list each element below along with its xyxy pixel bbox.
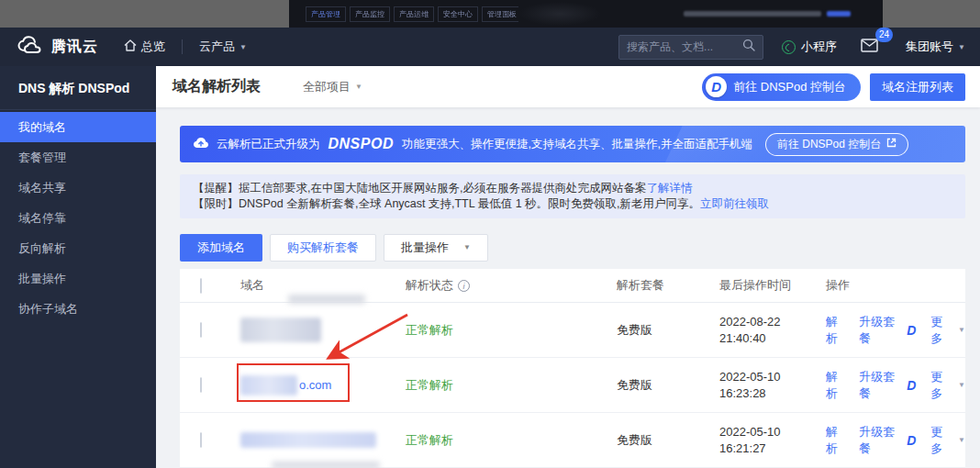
status-badge: 正常解析 xyxy=(406,378,453,392)
time-cell: 2022-05-10 16:21:27 xyxy=(719,424,826,457)
notice-tag: 【限时】 xyxy=(193,197,239,210)
row-checkbox[interactable] xyxy=(200,322,202,338)
info-icon[interactable]: i xyxy=(458,280,470,292)
upgrade-plan-label: 升级套餐 xyxy=(859,314,905,347)
background-page-fragment: 产品管理 产品监控 产品运维 安全中心 管理面板 xyxy=(289,0,883,28)
chevron-down-icon: ▼ xyxy=(355,83,362,91)
more-label: 更多 xyxy=(930,369,953,402)
blurred-text-bar xyxy=(684,11,821,17)
upgrade-plan-label: 升级套餐 xyxy=(859,424,905,457)
project-filter-dropdown[interactable]: 全部项目 ▼ xyxy=(303,79,362,95)
op-date: 2022-05-10 xyxy=(719,424,826,440)
column-header-domain: 域名 xyxy=(228,277,406,294)
status-badge: 正常解析 xyxy=(406,433,453,447)
sidebar-item-plan-management[interactable]: 套餐管理 xyxy=(0,142,156,173)
notice-line-reminder: 【提醒】据工信部要求,在中国大陆地区开展网站服务,必须在服务器提供商处完成网站备… xyxy=(193,181,952,196)
message-center[interactable]: 24 xyxy=(861,39,878,56)
resolve-link[interactable]: 解析 xyxy=(826,424,849,457)
search-input[interactable] xyxy=(627,40,742,53)
sidebar-item-domain-parking[interactable]: 域名停靠 xyxy=(0,203,156,233)
op-time: 16:23:28 xyxy=(719,385,826,402)
background-strip: 产品管理 产品监控 产品运维 安全中心 管理面板 xyxy=(0,0,980,28)
chevron-down-icon: ▼ xyxy=(958,436,965,444)
chevron-down-icon: ▼ xyxy=(463,235,471,261)
blurred-link-bar xyxy=(827,11,851,17)
more-label: 更多 xyxy=(930,424,953,457)
background-tabs: 产品管理 产品监控 产品运维 安全中心 管理面板 xyxy=(306,6,522,22)
global-search[interactable] xyxy=(618,35,763,60)
row-checkbox[interactable] xyxy=(200,432,202,448)
op-date: 2022-08-22 xyxy=(719,314,826,330)
page-title: 域名解析列表 xyxy=(173,77,261,96)
mini-program-entry[interactable]: 小程序 xyxy=(782,39,837,55)
blurred-domain xyxy=(240,432,376,448)
notice-box: 【提醒】据工信部要求,在中国大陆地区开展网站服务,必须在服务器提供商处完成网站备… xyxy=(180,174,965,218)
page-header: 域名解析列表 全部项目 ▼ D 前往 DNSPod 控制台 域名注册列表 xyxy=(156,66,980,107)
tencent-cloud-logo[interactable]: 腾讯云 xyxy=(17,36,98,58)
more-dropdown[interactable]: 更多 ▼ xyxy=(930,314,965,347)
notice-tag: 【提醒】 xyxy=(193,182,239,195)
navbar-right: 小程序 24 集团账号 ▼ xyxy=(618,35,971,60)
mini-program-label: 小程序 xyxy=(801,39,837,55)
screenshot-stage: 产品管理 产品监控 产品运维 安全中心 管理面板 腾讯云 xyxy=(0,0,980,468)
notice-text: DNSPod 全新解析套餐,全球 Anycast 支持,TTL 最低值 1 秒。… xyxy=(239,197,700,210)
sidebar-title: DNS 解析 DNSPod xyxy=(0,66,156,110)
background-tab: 产品运维 xyxy=(394,6,434,22)
background-blurred-text xyxy=(684,11,851,17)
select-all-checkbox[interactable] xyxy=(200,278,202,294)
background-tab: 安全中心 xyxy=(438,6,478,22)
more-dropdown[interactable]: 更多 ▼ xyxy=(930,424,965,457)
nav-products-label: 云产品 xyxy=(199,39,235,55)
upgrade-plan-link[interactable]: 升级套餐 D xyxy=(859,369,916,402)
nav-cloud-products[interactable]: 云产品 ▼ xyxy=(199,39,247,55)
status-badge: 正常解析 xyxy=(406,323,453,337)
upgrade-plan-label: 升级套餐 xyxy=(859,369,905,402)
cloud-upgrade-icon xyxy=(193,136,209,153)
buy-plan-button[interactable]: 购买解析套餐 xyxy=(270,234,376,262)
divider xyxy=(182,39,183,54)
background-graphic xyxy=(518,2,601,26)
sidebar: DNS 解析 DNSPod 我的域名 套餐管理 域名共享 域名停靠 反向解析 批… xyxy=(0,66,156,468)
table-row: 正常解析 免费版 2022-05-10 16:21:27 解析 升级套餐 D 更… xyxy=(180,413,965,468)
notice-link-details[interactable]: 了解详情 xyxy=(646,182,692,195)
background-tab: 产品管理 xyxy=(306,6,346,22)
chevron-down-icon: ▼ xyxy=(958,326,965,334)
search-icon[interactable] xyxy=(742,39,755,55)
resolve-link[interactable]: 解析 xyxy=(826,314,849,347)
goto-dnspod-console-button[interactable]: D 前往 DNSPod 控制台 xyxy=(702,73,861,101)
notice-link-claim[interactable]: 立即前往领取 xyxy=(700,197,769,210)
more-dropdown[interactable]: 更多 ▼ xyxy=(930,369,965,402)
plan-cell: 免费版 xyxy=(617,432,719,449)
sidebar-item-my-domains[interactable]: 我的域名 xyxy=(0,112,156,142)
plan-cell: 免费版 xyxy=(617,322,719,339)
banner-button-label: 前往 DNSPod 控制台 xyxy=(777,137,881,152)
domain-cell[interactable]: o.com xyxy=(240,375,406,396)
main-content: 云解析已正式升级为 DNSPOD 功能更强大、操作更便捷,支持域名共享、批量操作… xyxy=(156,107,980,468)
notice-line-limited-offer: 【限时】DNSPod 全新解析套餐,全球 Anycast 支持,TTL 最低值 … xyxy=(193,196,952,212)
column-header-plan: 解析套餐 xyxy=(617,277,719,294)
banner-prefix: 云解析已正式升级为 xyxy=(217,137,320,152)
dnspod-d-icon: D xyxy=(706,76,727,97)
batch-operations-dropdown[interactable]: 批量操作 ▼ xyxy=(384,234,488,262)
resolve-link[interactable]: 解析 xyxy=(826,369,849,402)
account-menu[interactable]: 集团账号 ▼ xyxy=(906,39,965,55)
more-label: 更多 xyxy=(930,314,953,347)
sidebar-item-batch-operations[interactable]: 批量操作 xyxy=(0,263,156,294)
sidebar-item-domain-sharing[interactable]: 域名共享 xyxy=(0,173,156,203)
domain-register-list-button[interactable]: 域名注册列表 xyxy=(870,73,965,101)
top-navbar: 腾讯云 总览 云产品 ▼ 小程序 xyxy=(0,28,980,66)
upgrade-plan-link[interactable]: 升级套餐 D xyxy=(859,424,916,457)
chevron-down-icon: ▼ xyxy=(958,43,965,51)
nav-overview[interactable]: 总览 xyxy=(124,39,165,55)
cloud-logo-icon xyxy=(17,36,44,58)
sidebar-item-reverse-resolution[interactable]: 反向解析 xyxy=(0,233,156,263)
row-checkbox[interactable] xyxy=(200,377,202,393)
banner-goto-console-button[interactable]: 前往 DNSPod 控制台 xyxy=(765,133,908,156)
blurred-domain xyxy=(240,318,321,342)
domain-link[interactable]: o.com xyxy=(299,378,331,392)
column-header-ops: 操作 xyxy=(826,277,965,294)
upgrade-plan-link[interactable]: 升级套餐 D xyxy=(859,314,916,347)
mail-icon xyxy=(861,39,878,55)
add-domain-button[interactable]: 添加域名 xyxy=(180,234,262,262)
sidebar-item-collaborative-subdomains[interactable]: 协作子域名 xyxy=(0,294,156,324)
